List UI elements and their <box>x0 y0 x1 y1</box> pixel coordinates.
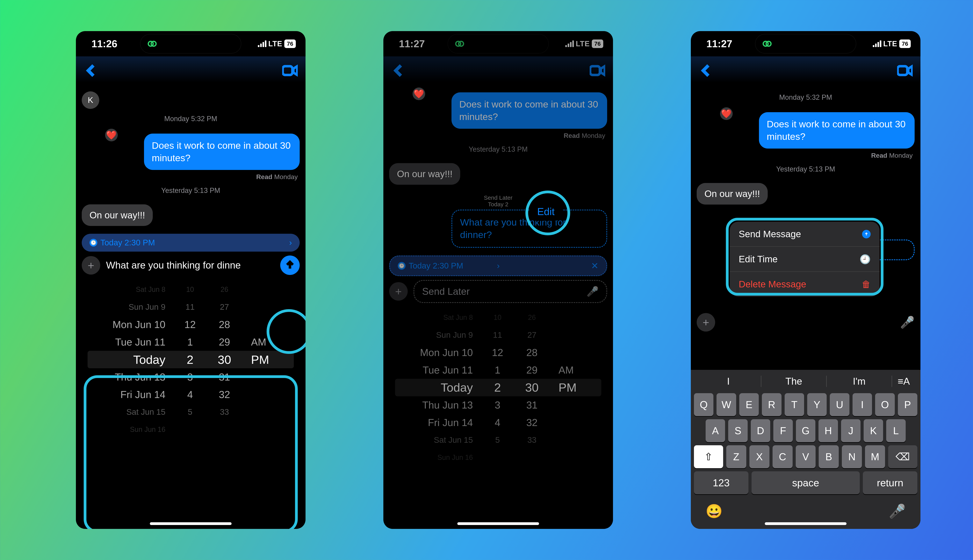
picker-row[interactable]: Fri Jun 14432 <box>88 386 294 403</box>
menu-send-message[interactable]: Send Message <box>730 222 879 247</box>
key-k[interactable]: K <box>864 419 883 442</box>
picker-row[interactable]: Tue Jun 11129AM <box>395 361 601 379</box>
picker-row[interactable]: Sat Jun 15533 <box>88 403 294 421</box>
edit-badge[interactable]: Edit <box>529 202 562 221</box>
heart-reaction-icon[interactable]: ❤️ <box>413 88 425 100</box>
prediction[interactable]: The <box>761 376 827 387</box>
picker-row[interactable]: Thu Jun 13331 <box>88 368 294 386</box>
key-z[interactable]: Z <box>726 445 746 468</box>
home-indicator[interactable] <box>765 522 846 525</box>
home-indicator[interactable] <box>457 522 539 525</box>
facetime-button[interactable] <box>590 63 605 79</box>
key-i[interactable]: I <box>853 393 872 416</box>
back-button[interactable] <box>391 63 407 79</box>
received-message-bubble[interactable]: On our way!!! <box>697 183 768 205</box>
messages-area: Monday 5:32 PM ❤️ Does it work to come i… <box>691 85 920 260</box>
key-a[interactable]: A <box>706 419 725 442</box>
attach-plus-button[interactable]: + <box>697 313 715 332</box>
menu-delete-message[interactable]: Delete Message 🗑 <box>730 272 879 297</box>
key-q[interactable]: Q <box>694 393 714 416</box>
picker-row[interactable]: Fri Jun 14432 <box>395 414 601 431</box>
picker-row[interactable]: Sat Jun 81026 <box>88 281 294 298</box>
message-text-field[interactable]: Send Later 🎤 <box>413 280 607 303</box>
key-g[interactable]: G <box>796 419 815 442</box>
picker-row[interactable]: Mon Jun 101228 <box>395 344 601 361</box>
cancel-schedule-button[interactable]: ✕ <box>591 260 599 271</box>
trash-icon: 🗑 <box>862 279 871 290</box>
space-key[interactable]: space <box>752 471 860 494</box>
picker-row[interactable]: Mon Jun 101228 <box>88 316 294 333</box>
datetime-picker[interactable]: Sat Jun 81026Sun Jun 91127Mon Jun 101228… <box>76 279 306 446</box>
key-j[interactable]: J <box>841 419 861 442</box>
key-t[interactable]: T <box>785 393 804 416</box>
key-d[interactable]: D <box>751 419 770 442</box>
emoji-button[interactable]: 😀 <box>706 503 722 519</box>
dictation-icon[interactable]: 🎤 <box>900 315 914 329</box>
text-format-icon[interactable]: ≡A <box>892 376 915 387</box>
key-m[interactable]: M <box>865 445 885 468</box>
return-key[interactable]: return <box>863 471 917 494</box>
prediction[interactable]: I'm <box>827 376 892 387</box>
sent-message-bubble[interactable]: Does it work to come in about 30 minutes… <box>144 133 300 170</box>
numbers-key[interactable]: 123 <box>694 471 749 494</box>
key-h[interactable]: H <box>819 419 838 442</box>
key-w[interactable]: W <box>717 393 736 416</box>
shift-key[interactable]: ⇧ <box>694 445 723 468</box>
facetime-button[interactable] <box>897 63 913 79</box>
sent-message-bubble[interactable]: Does it work to come in about 30 minutes… <box>451 92 607 129</box>
key-b[interactable]: B <box>819 445 839 468</box>
link-icon <box>761 38 773 50</box>
datetime-picker[interactable]: Sat Jun 81026Sun Jun 91127Mon Jun 101228… <box>383 307 613 474</box>
picker-row[interactable]: Sun Jun 91127 <box>395 326 601 344</box>
prediction[interactable]: I <box>696 376 761 387</box>
timestamp: Yesterday 5:13 PM <box>82 187 300 195</box>
scheduled-send-bar[interactable]: 🕑 Today 2:30 PM › ✕ <box>389 255 607 276</box>
contact-avatar[interactable]: K <box>82 92 99 109</box>
key-l[interactable]: L <box>886 419 906 442</box>
key-v[interactable]: V <box>796 445 816 468</box>
received-message-bubble[interactable]: On our way!!! <box>82 204 153 226</box>
attach-plus-button[interactable]: + <box>389 282 408 301</box>
heart-reaction-icon[interactable]: ❤️ <box>105 129 118 142</box>
key-f[interactable]: F <box>773 419 793 442</box>
back-button[interactable] <box>84 63 99 79</box>
key-c[interactable]: C <box>772 445 792 468</box>
picker-row[interactable]: Thu Jun 13331 <box>395 396 601 414</box>
dictation-button[interactable]: 🎤 <box>889 503 906 519</box>
link-icon <box>454 38 465 50</box>
sent-message-bubble[interactable]: Does it work to come in about 30 minutes… <box>759 112 914 148</box>
picker-row[interactable]: Sun Jun 16 <box>395 449 601 466</box>
facetime-button[interactable] <box>282 63 298 79</box>
picker-row[interactable]: Today230PM <box>395 379 601 396</box>
scheduled-send-bar[interactable]: 🕑 Today 2:30 PM › <box>82 234 300 252</box>
picker-row[interactable]: Sun Jun 16 <box>88 421 294 438</box>
picker-row[interactable]: Tue Jun 11129AM <box>88 333 294 351</box>
signal-icon <box>873 40 881 47</box>
send-button[interactable] <box>280 255 300 275</box>
delete-key[interactable]: ⌫ <box>888 445 917 468</box>
key-n[interactable]: N <box>842 445 862 468</box>
menu-edit-time[interactable]: Edit Time 🕘 <box>730 247 879 272</box>
key-u[interactable]: U <box>830 393 849 416</box>
heart-reaction-icon[interactable]: ❤️ <box>720 107 733 120</box>
home-indicator[interactable] <box>150 522 232 525</box>
picker-row[interactable]: Sat Jun 81026 <box>395 309 601 326</box>
key-s[interactable]: S <box>728 419 748 442</box>
timestamp: Monday 5:32 PM <box>697 93 914 102</box>
received-message-bubble[interactable]: On our way!!! <box>389 163 460 185</box>
picker-row[interactable]: Sun Jun 91127 <box>88 298 294 316</box>
key-r[interactable]: R <box>762 393 781 416</box>
picker-row[interactable]: Today230PM <box>88 351 294 368</box>
picker-row[interactable]: Sat Jun 15533 <box>395 431 601 449</box>
dictation-icon[interactable]: 🎤 <box>587 286 599 297</box>
back-button[interactable] <box>699 63 714 79</box>
message-text-field[interactable]: What are you thinking for dinne <box>106 260 274 271</box>
key-y[interactable]: Y <box>807 393 827 416</box>
key-o[interactable]: O <box>875 393 894 416</box>
key-p[interactable]: P <box>898 393 917 416</box>
attach-plus-button[interactable]: + <box>82 256 100 275</box>
key-x[interactable]: X <box>749 445 769 468</box>
key-e[interactable]: E <box>739 393 759 416</box>
phone-screenshot-1: 11:26 LTE 76 K Monday 5:32 PM ❤️ Does it… <box>76 31 306 529</box>
scheduled-message-bubble[interactable]: What are you thinking for dinner? <box>451 210 607 248</box>
